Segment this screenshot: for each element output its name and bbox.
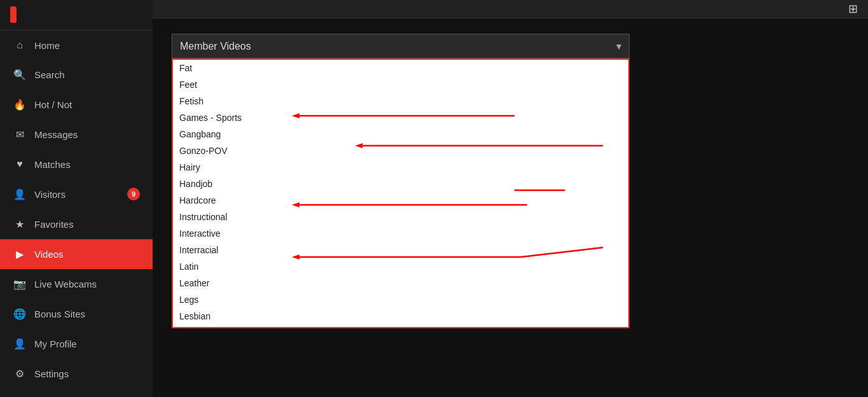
sidebar-item-bonus-sites[interactable]: 🌐Bonus Sites (0, 299, 153, 329)
list-item[interactable]: Hairy (173, 159, 628, 176)
logo (0, 0, 153, 31)
my-profile-icon: 👤 (13, 338, 27, 350)
header-action-icon[interactable]: ⊞ (848, 2, 858, 16)
sidebar-item-settings[interactable]: ⚙Settings (0, 359, 153, 389)
category-dropdown[interactable]: All VideosMember VideosStaff PicksMost V… (172, 34, 630, 59)
list-item[interactable]: Fat (173, 60, 628, 76)
sidebar-item-search[interactable]: 🔍Search (0, 60, 153, 90)
sidebar-item-label-live-webcams: Live Webcams (34, 279, 140, 289)
dropdown-container: All VideosMember VideosStaff PicksMost V… (172, 34, 630, 59)
sidebar: ⌂Home🔍Search🔥Hot / Not✉Messages♥Matches👤… (0, 0, 153, 397)
sidebar-item-label-videos: Videos (34, 249, 140, 260)
list-item[interactable]: Gonzo-POV (173, 143, 628, 159)
list-item[interactable]: Interactive (173, 225, 628, 242)
badge-visitors: 9 (127, 188, 140, 200)
list-item[interactable]: Feet (173, 76, 628, 93)
matches-icon: ♥ (13, 158, 27, 170)
sidebar-item-label-matches: Matches (34, 159, 140, 170)
sidebar-item-my-profile[interactable]: 👤My Profile (0, 329, 153, 359)
sidebar-item-label-favorites: Favorites (34, 219, 140, 230)
sidebar-item-live-webcams[interactable]: 📷Live Webcams (0, 269, 153, 299)
live-webcams-icon: 📷 (13, 278, 27, 290)
main-content: ⊞ All VideosMember VideosStaff PicksMost… (153, 0, 868, 397)
home-icon: ⌂ (13, 39, 27, 51)
sidebar-item-label-hot-not: Hot / Not (34, 99, 140, 110)
videos-icon: ▶ (13, 248, 27, 260)
list-item[interactable]: Masturbation (173, 324, 628, 327)
logo-flirt (10, 6, 17, 23)
list-item[interactable]: Interracial (173, 242, 628, 258)
sidebar-nav: ⌂Home🔍Search🔥Hot / Not✉Messages♥Matches👤… (0, 31, 153, 397)
sidebar-item-visitors[interactable]: 👤Visitors9 (0, 179, 153, 209)
list-item[interactable]: Leather (173, 275, 628, 291)
sidebar-item-label-search: Search (34, 69, 140, 80)
sidebar-item-label-visitors: Visitors (34, 189, 127, 200)
list-item[interactable]: Fetish (173, 93, 628, 109)
sidebar-item-label-home: Home (34, 40, 140, 51)
sidebar-item-hot-not[interactable]: 🔥Hot / Not (0, 90, 153, 120)
category-list[interactable]: FatFeetFetishGames - SportsGangbangGonzo… (173, 60, 628, 327)
sidebar-item-matches[interactable]: ♥Matches (0, 150, 153, 179)
bonus-sites-icon: 🌐 (13, 308, 27, 320)
sidebar-item-label-my-profile: My Profile (34, 338, 140, 349)
search-icon: 🔍 (13, 69, 27, 81)
list-item[interactable]: Lesbian (173, 308, 628, 324)
messages-icon: ✉ (13, 129, 27, 141)
list-item[interactable]: Hardcore (173, 192, 628, 209)
favorites-icon: ★ (13, 218, 27, 230)
hot-not-icon: 🔥 (13, 99, 27, 111)
main-body: All VideosMember VideosStaff PicksMost V… (153, 18, 868, 397)
sidebar-item-label-messages: Messages (34, 129, 140, 140)
list-item[interactable]: Games - Sports (173, 109, 628, 126)
category-list-wrapper: FatFeetFetishGames - SportsGangbangGonzo… (172, 59, 630, 328)
list-item[interactable]: Instructional (173, 209, 628, 225)
list-item[interactable]: Gangbang (173, 126, 628, 143)
sidebar-item-videos[interactable]: ▶Videos (0, 239, 153, 269)
list-item[interactable]: Latin (173, 258, 628, 275)
sidebar-item-label-settings: Settings (34, 368, 140, 379)
sidebar-item-favorites[interactable]: ★Favorites (0, 209, 153, 239)
list-item[interactable]: Handjob (173, 176, 628, 192)
visitors-icon: 👤 (13, 188, 27, 200)
sidebar-item-label-bonus-sites: Bonus Sites (34, 309, 140, 319)
settings-icon: ⚙ (13, 368, 27, 380)
main-header: ⊞ (153, 0, 868, 18)
sidebar-item-home[interactable]: ⌂Home (0, 31, 153, 60)
sidebar-item-messages[interactable]: ✉Messages (0, 120, 153, 150)
list-item[interactable]: Legs (173, 291, 628, 308)
